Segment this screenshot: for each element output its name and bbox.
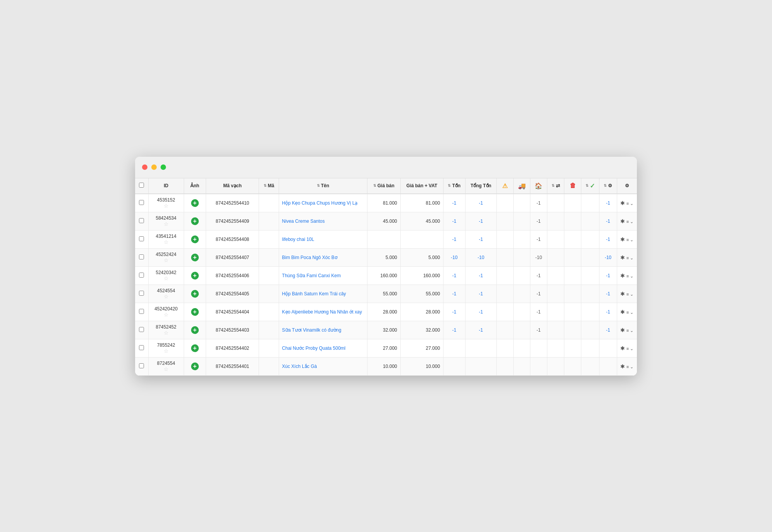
maximize-button[interactable] xyxy=(161,164,166,170)
row-checkbox[interactable] xyxy=(135,248,148,266)
expand-menu-icon[interactable]: ≡ ⌄ xyxy=(626,292,633,296)
row-product-name[interactable]: Hộp Bánh Saturn Kem Trái cây xyxy=(279,285,367,303)
star-icon[interactable]: ☆ xyxy=(152,257,181,263)
row-gia-vat: 27.000 xyxy=(400,339,443,357)
row-product-name[interactable]: Kẹo Alpenliebe Hương Na Nhân ớt xay xyxy=(279,303,367,321)
row-select-checkbox[interactable] xyxy=(139,254,144,259)
row-menu[interactable]: ✱ ≡ ⌄ xyxy=(617,212,637,230)
expand-menu-icon[interactable]: ≡ ⌄ xyxy=(626,219,633,224)
row-checkbox[interactable] xyxy=(135,339,148,357)
row-select-checkbox[interactable] xyxy=(139,291,144,296)
add-image-button[interactable]: + xyxy=(191,308,199,316)
header-check[interactable]: ⇅ ✓ xyxy=(581,178,599,194)
gear-icon[interactable]: ⚙ xyxy=(625,183,629,188)
add-image-button[interactable]: + xyxy=(191,272,199,280)
row-menu[interactable]: ✱ ≡ ⌄ xyxy=(617,285,637,303)
add-image-button[interactable]: + xyxy=(191,199,199,207)
row-checkbox[interactable] xyxy=(135,212,148,230)
row-product-name[interactable]: lifeboy chai 10L xyxy=(279,230,367,248)
row-select-checkbox[interactable] xyxy=(139,273,144,278)
expand-menu-icon[interactable]: ≡ ⌄ xyxy=(626,201,633,206)
row-id: 4524554 ☆ xyxy=(148,285,184,303)
header-ton[interactable]: ⇅ Tồn xyxy=(443,178,465,194)
row-product-name[interactable]: Hộp Kẹo Chupa Chups Hương Vị Lạ xyxy=(279,194,367,212)
star-icon[interactable]: ☆ xyxy=(152,330,181,336)
row-product-name[interactable]: Xúc Xích Lắc Gà xyxy=(279,357,367,375)
add-image-button[interactable]: + xyxy=(191,236,199,243)
row-product-name[interactable]: Chai Nước Proby Quata 500ml xyxy=(279,339,367,357)
row-menu[interactable]: ✱ ≡ ⌄ xyxy=(617,321,637,339)
select-all-checkbox[interactable] xyxy=(139,183,144,188)
header-transfer[interactable]: ⇅ ⇄ xyxy=(547,178,564,194)
row-checkbox[interactable] xyxy=(135,321,148,339)
add-image-button[interactable]: + xyxy=(191,363,199,370)
star-icon[interactable]: ☆ xyxy=(152,203,181,209)
header-gear[interactable]: ⚙ xyxy=(617,178,637,194)
asterisk-icon[interactable]: ✱ xyxy=(620,200,625,206)
row-checkbox[interactable] xyxy=(135,285,148,303)
row-menu[interactable]: ✱ ≡ ⌄ xyxy=(617,357,637,375)
asterisk-icon[interactable]: ✱ xyxy=(620,345,625,351)
row-product-name[interactable]: Bim Bim Poca Ngô Xóc Bơ xyxy=(279,248,367,266)
asterisk-icon[interactable]: ✱ xyxy=(620,309,625,315)
row-product-name[interactable]: Nivea Creme Santos xyxy=(279,212,367,230)
header-checkbox[interactable] xyxy=(135,178,148,194)
asterisk-icon[interactable]: ✱ xyxy=(620,363,625,369)
row-select-checkbox[interactable] xyxy=(139,236,144,241)
header-ban[interactable]: ⇅ ⚙ xyxy=(599,178,617,194)
row-select-checkbox[interactable] xyxy=(139,309,144,314)
row-ban: -1 xyxy=(599,285,617,303)
row-gia-vat: 45.000 xyxy=(400,212,443,230)
row-product-name[interactable]: Thùng Sữa Fami Canxi Kem xyxy=(279,266,367,285)
row-menu[interactable]: ✱ ≡ ⌄ xyxy=(617,248,637,266)
row-tong-ton: -1 xyxy=(465,230,496,248)
star-icon[interactable]: ☆ xyxy=(152,239,181,245)
row-menu[interactable]: ✱ ≡ ⌄ xyxy=(617,230,637,248)
row-select-checkbox[interactable] xyxy=(139,200,144,205)
header-gia-ban[interactable]: ⇅ Giá bán xyxy=(367,178,400,194)
expand-menu-icon[interactable]: ≡ ⌄ xyxy=(626,310,633,315)
row-menu[interactable]: ✱ ≡ ⌄ xyxy=(617,266,637,285)
star-icon[interactable]: ☆ xyxy=(152,348,181,354)
row-select-checkbox[interactable] xyxy=(139,218,144,223)
add-image-button[interactable]: + xyxy=(191,254,199,261)
row-product-name[interactable]: Sữa Tươi Vinamilk có đường xyxy=(279,321,367,339)
row-select-checkbox[interactable] xyxy=(139,327,144,332)
asterisk-icon[interactable]: ✱ xyxy=(620,327,625,333)
row-menu[interactable]: ✱ ≡ ⌄ xyxy=(617,194,637,212)
expand-menu-icon[interactable]: ≡ ⌄ xyxy=(626,364,633,369)
expand-menu-icon[interactable]: ≡ ⌄ xyxy=(626,346,633,351)
expand-menu-icon[interactable]: ≡ ⌄ xyxy=(626,256,633,260)
minimize-button[interactable] xyxy=(151,164,157,170)
asterisk-icon[interactable]: ✱ xyxy=(620,236,625,242)
asterisk-icon[interactable]: ✱ xyxy=(620,273,625,279)
close-button[interactable] xyxy=(142,164,147,170)
header-ten[interactable]: ⇅ Tên xyxy=(279,178,367,194)
row-checkbox[interactable] xyxy=(135,230,148,248)
row-checkbox[interactable] xyxy=(135,194,148,212)
row-menu[interactable]: ✱ ≡ ⌄ xyxy=(617,339,637,357)
add-image-button[interactable]: + xyxy=(191,217,199,225)
expand-menu-icon[interactable]: ≡ ⌄ xyxy=(626,274,633,278)
asterisk-icon[interactable]: ✱ xyxy=(620,291,625,297)
star-icon[interactable]: ☆ xyxy=(152,366,181,372)
header-ma[interactable]: ⇅ Mã xyxy=(259,178,279,194)
header-house: 🏠 xyxy=(530,178,547,194)
star-icon[interactable]: ☆ xyxy=(152,293,181,300)
add-image-button[interactable]: + xyxy=(191,344,199,352)
star-icon[interactable]: ☆ xyxy=(152,312,181,318)
row-menu[interactable]: ✱ ≡ ⌄ xyxy=(617,303,637,321)
expand-menu-icon[interactable]: ≡ ⌄ xyxy=(626,328,633,333)
row-select-checkbox[interactable] xyxy=(139,345,144,350)
add-image-button[interactable]: + xyxy=(191,326,199,334)
row-checkbox[interactable] xyxy=(135,303,148,321)
row-select-checkbox[interactable] xyxy=(139,363,144,368)
star-icon[interactable]: ☆ xyxy=(152,221,181,227)
asterisk-icon[interactable]: ✱ xyxy=(620,254,625,261)
row-checkbox[interactable] xyxy=(135,266,148,285)
add-image-button[interactable]: + xyxy=(191,290,199,298)
expand-menu-icon[interactable]: ≡ ⌄ xyxy=(626,237,633,242)
star-icon[interactable]: ☆ xyxy=(152,275,181,281)
asterisk-icon[interactable]: ✱ xyxy=(620,218,625,224)
row-checkbox[interactable] xyxy=(135,357,148,375)
